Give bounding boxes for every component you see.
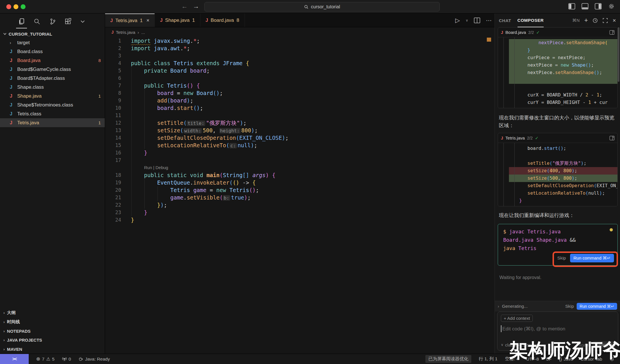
search-sidebar-icon[interactable]	[33, 18, 41, 25]
code-lens-run-debug[interactable]: Run | Debug	[105, 164, 495, 171]
code-line[interactable]: 17	[105, 156, 495, 164]
sidebar-section-notepads[interactable]: ›NOTEPADS	[0, 326, 105, 336]
explorer-item-board-tadapter-class[interactable]: JBoard$TAdapter.class	[0, 74, 105, 83]
chevron-right-icon[interactable]: ›	[498, 304, 499, 309]
explorer-item-target[interactable]: ›target	[0, 38, 105, 47]
ports-indicator[interactable]: 0	[62, 357, 71, 362]
sidebar-section-java-projects[interactable]: ›JAVA PROJECTS	[0, 336, 105, 345]
open-file-icon[interactable]	[609, 136, 615, 140]
diff-row: setLocationRelativeTo(null);	[509, 189, 617, 197]
open-file-icon[interactable]	[609, 30, 615, 35]
forward-arrow-icon[interactable]: →	[193, 3, 199, 10]
run-dropdown-chevron-icon[interactable]: ∨	[466, 18, 468, 22]
close-window-button[interactable]	[6, 4, 11, 9]
source-control-icon[interactable]	[49, 18, 56, 25]
split-editor-icon[interactable]	[474, 18, 480, 23]
close-panel-icon[interactable]: ×	[613, 17, 616, 24]
plus-icon[interactable]: +	[584, 17, 588, 24]
explorer-icon[interactable]	[18, 18, 25, 25]
run-command-button[interactable]: Run command ⌘↵	[570, 254, 614, 262]
run-icon[interactable]: ▷	[455, 17, 460, 24]
explorer-item-board-class[interactable]: JBoard.class	[0, 47, 105, 56]
zoom-window-button[interactable]	[21, 4, 26, 9]
panel-scrollbar[interactable]	[618, 27, 619, 82]
code-line[interactable]: 4public class Tetris extends JFrame {	[105, 59, 495, 67]
code-line[interactable]: 13 setSize(width:500, height:800);	[105, 127, 495, 134]
command-center-search[interactable]: cursor_tutorial	[204, 2, 440, 11]
line-col-indicator[interactable]: 行 1, 列 1	[479, 356, 497, 362]
java-status[interactable]: Java: Ready	[78, 357, 110, 362]
settings-gear-icon[interactable]	[608, 3, 615, 10]
tab-shape-java[interactable]: JShape.java1	[155, 13, 200, 27]
code-line[interactable]: 11	[105, 112, 495, 119]
explorer-item-board-java[interactable]: JBoard.java8	[0, 56, 105, 65]
code-line[interactable]: 18 public static void main(String[] args…	[105, 171, 495, 179]
code-line[interactable]: 24}	[105, 216, 495, 224]
back-arrow-icon[interactable]: ←	[181, 3, 188, 10]
code-token: .	[174, 105, 177, 111]
explorer-item-tetris-class[interactable]: JTetris.class	[0, 109, 105, 118]
code-token: (	[594, 183, 597, 188]
diff-card-tetris-java[interactable]: JTetris.java2/2✓ board.start(); setTitle…	[498, 133, 618, 206]
tab-composer[interactable]: COMPOSER	[518, 13, 544, 27]
explorer-item-shape-tetrominoes-class[interactable]: JShape$Tetrominoes.class	[0, 100, 105, 109]
code-line[interactable]: 19 EventQueue.invokeLater(() -> {	[105, 179, 495, 186]
tab-chat[interactable]: CHAT	[499, 13, 511, 27]
code-line[interactable]: 6	[105, 74, 495, 82]
explorer-root-folder[interactable]: CURSOR_TUTORIAL	[0, 30, 105, 38]
skip-button-2[interactable]: Skip	[565, 304, 574, 309]
code-line[interactable]: 2import java.awt.*;	[105, 44, 495, 52]
sidebar-section-大纲[interactable]: ›大纲	[0, 308, 105, 317]
history-icon[interactable]	[592, 18, 598, 23]
toggle-left-panel-icon[interactable]	[568, 3, 575, 9]
explorer-item-tetris-java[interactable]: JTetris.java1	[0, 118, 105, 127]
file-label: Board$TAdapter.class	[17, 75, 65, 81]
sidebar-section-时间线[interactable]: ›时间线	[0, 317, 105, 327]
code-line[interactable]: 1import javax.swing.*;	[105, 37, 495, 44]
add-context-button[interactable]: + Add context	[501, 315, 533, 322]
code-line[interactable]: 7 public Tetris() {	[105, 82, 495, 89]
tab-strip: JTetris.java1×JShape.java1JBoard.java8	[105, 13, 495, 27]
tab-tetris-java[interactable]: JTetris.java1×	[105, 13, 155, 27]
close-tab-icon[interactable]: ×	[146, 18, 150, 24]
code-line[interactable]: 22 });	[105, 201, 495, 209]
breadcrumb[interactable]: J Tetris.java › ...	[105, 27, 495, 37]
remote-indicator[interactable]: ><	[0, 354, 29, 364]
code-line[interactable]: 9 add(board);	[105, 97, 495, 104]
code-line[interactable]: 8 board = new Board();	[105, 89, 495, 97]
code-line[interactable]: 20 Tetris game = new Tetris();	[105, 186, 495, 194]
extensions-icon[interactable]	[64, 18, 72, 25]
generating-label: Generating...	[502, 304, 563, 309]
more-actions-icon[interactable]: ⋯	[486, 17, 492, 24]
code-line[interactable]: 14 setDefaultCloseOperation(EXIT_ON_CLOS…	[105, 134, 495, 142]
tab-board-java[interactable]: JBoard.java8	[200, 13, 245, 27]
diff-card-board-java[interactable]: JBoard.java2/2✓ nextPiece.setRandomShape…	[498, 27, 618, 108]
model-chevron-icon[interactable]: ∨	[501, 343, 503, 347]
code-line[interactable]: 15 setLocationRelativeTo(c:null);	[105, 142, 495, 149]
toggle-bottom-panel-icon[interactable]	[582, 3, 588, 9]
expand-panel-icon[interactable]	[602, 18, 608, 23]
toggle-right-panel-icon[interactable]	[595, 3, 602, 9]
explorer-item-shape-java[interactable]: JShape.java1	[0, 92, 105, 100]
code-line[interactable]: 5 private Board board;	[105, 67, 495, 74]
chevron-down-icon[interactable]	[80, 19, 86, 24]
code-line[interactable]: 3	[105, 52, 495, 59]
code-token: setLocationRelativeTo	[528, 190, 586, 196]
explorer-item-shape-class[interactable]: JShape.class	[0, 83, 105, 92]
explorer-item-board-gamecycle-class[interactable]: JBoard$GameCycle.class	[0, 65, 105, 74]
code-line[interactable]: 21 game.setVisible(b:true);	[105, 194, 495, 201]
code-area[interactable]: 1import javax.swing.*;2import java.awt.*…	[105, 37, 495, 354]
search-icon	[304, 5, 309, 9]
screen-reader-status[interactable]: 已为屏幕阅读器优化	[425, 355, 471, 363]
code-line[interactable]: 12 setTitle(title:"俄罗斯方块");	[105, 119, 495, 127]
run-command-button-2[interactable]: Run command ⌘↵	[577, 303, 617, 310]
code-line[interactable]: 10 board.start();	[105, 104, 495, 112]
problems-indicator[interactable]: ⊗ 7 ⚠ 5	[36, 356, 55, 362]
code-line[interactable]: 23 }	[105, 209, 495, 216]
code-line[interactable]: 16 }	[105, 149, 495, 156]
java-file-icon: J	[10, 49, 17, 54]
skip-button[interactable]: Skip	[557, 255, 566, 261]
code-token: void	[190, 172, 203, 178]
minimize-window-button[interactable]	[13, 4, 18, 9]
sidebar-section-maven[interactable]: ›MAVEN	[0, 344, 105, 354]
